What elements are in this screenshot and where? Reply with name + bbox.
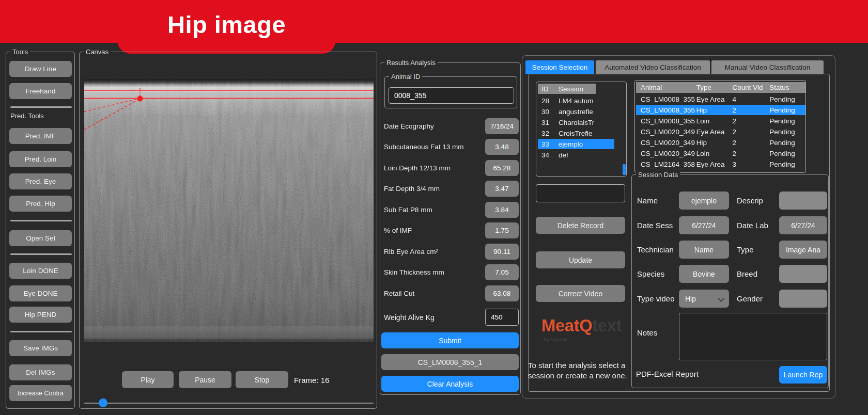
tab-manual-video-classification[interactable]: Manual Video Classification bbox=[711, 60, 824, 74]
loin-done-button[interactable]: Loin DONE bbox=[9, 263, 72, 279]
tab-session-selection[interactable]: Session Selection bbox=[525, 60, 594, 74]
breed-label: Breed bbox=[737, 269, 757, 278]
video-row-selected[interactable]: CS_LM0008_355 Hip 2 Pending bbox=[636, 105, 805, 115]
frame-slider-handle[interactable] bbox=[99, 398, 107, 407]
cell-type: Hip bbox=[696, 106, 733, 114]
cell-count: 2 bbox=[732, 117, 769, 125]
type-video-label: Type video bbox=[637, 294, 675, 303]
cell-animal: CS_LM0020_349 bbox=[636, 128, 696, 136]
pred-hip-button[interactable]: Pred. Hip bbox=[9, 196, 72, 212]
type-video-dropdown[interactable]: Hip bbox=[679, 290, 729, 308]
descrip-field[interactable] bbox=[779, 191, 827, 210]
hip-pend-button[interactable]: Hip PEND bbox=[9, 307, 72, 323]
breed-field[interactable] bbox=[779, 265, 827, 283]
field-label: Loin Depth 12/13 mm bbox=[384, 164, 451, 172]
name-field[interactable]: ejemplo bbox=[679, 191, 729, 210]
session-id: 34 bbox=[538, 151, 559, 159]
freehand-button[interactable]: Freehand bbox=[9, 83, 72, 99]
new-session-input[interactable] bbox=[536, 184, 625, 202]
weight-input[interactable]: 450 bbox=[485, 309, 519, 326]
chevron-down-icon bbox=[718, 295, 724, 302]
fat-depth-value: 3.47 bbox=[485, 181, 519, 197]
notes-label: Notes bbox=[637, 328, 657, 337]
date-sess-label: Date Sess bbox=[637, 221, 673, 230]
video-row[interactable]: CS_LM2164_358 Eye Area 3 Pending bbox=[636, 159, 805, 169]
video-row[interactable]: CS_LM0020_349 Hip 2 Pending bbox=[636, 137, 805, 148]
species-field[interactable]: Bovine bbox=[679, 265, 729, 283]
session-name: angustrefle bbox=[559, 108, 593, 116]
measurement-point[interactable] bbox=[137, 96, 143, 102]
session-row[interactable]: 32 CroisTrefle bbox=[538, 128, 625, 138]
session-id: 32 bbox=[538, 130, 559, 137]
pred-imf-button[interactable]: Pred. IMF bbox=[9, 128, 72, 144]
type-field[interactable]: Image Ana bbox=[779, 241, 827, 259]
session-list-header: ID Session bbox=[538, 84, 596, 94]
pred-loin-button[interactable]: Pred. Loin bbox=[9, 151, 72, 167]
subcutaneous-fat-value: 3.48 bbox=[485, 139, 519, 155]
submit-button[interactable]: Submit bbox=[381, 332, 519, 348]
video-row[interactable]: CS_LM0020_349 Loin 2 Pending bbox=[636, 148, 805, 158]
launch-report-button[interactable]: Launch Rep bbox=[779, 366, 827, 384]
field-label: Subcutaneous Fat 13 mm bbox=[384, 143, 464, 151]
pred-tools-label: Pred. Tools bbox=[10, 112, 44, 120]
instruction-text: To start the analysis select a session o… bbox=[528, 360, 634, 381]
session-id: 33 bbox=[538, 140, 559, 148]
frame-slider-track[interactable] bbox=[84, 403, 374, 404]
record-id-button[interactable]: CS_LM0008_355_1 bbox=[381, 354, 519, 370]
field-label: Sub Fat P8 mm bbox=[384, 206, 432, 214]
header-session: Session bbox=[559, 85, 583, 93]
gender-field[interactable] bbox=[779, 290, 827, 308]
videos-table[interactable]: Animal Type Count Vid Status CS_LM0008_3… bbox=[634, 80, 806, 173]
field-label: Skin Thickness mm bbox=[384, 268, 444, 276]
clear-analysis-button[interactable]: Clear Analysis bbox=[381, 376, 519, 392]
session-row[interactable]: 34 def bbox=[538, 150, 625, 160]
divider bbox=[10, 331, 72, 332]
logo-meatq-text: MeatQ bbox=[541, 316, 592, 335]
stop-button[interactable]: Stop bbox=[236, 371, 288, 388]
pred-eye-button[interactable]: Pred. Eye bbox=[9, 173, 72, 189]
cell-animal: CS_LM2164_358 bbox=[636, 161, 696, 168]
ultrasound-render bbox=[84, 79, 374, 342]
session-row-selected[interactable]: 33 ejemplo bbox=[538, 139, 614, 149]
name-label: Name bbox=[637, 196, 658, 205]
increase-contrast-button[interactable]: Increase Contra bbox=[9, 385, 72, 401]
session-row[interactable]: 30 angustrefle bbox=[538, 106, 625, 117]
save-imgs-button[interactable]: Save IMGs bbox=[9, 340, 72, 356]
tools-panel: Tools Draw Line Freehand Pred. Tools Pre… bbox=[6, 52, 75, 409]
video-row[interactable]: CS_LM0020_349 Eye Area 2 Pending bbox=[636, 126, 805, 137]
delete-record-button[interactable]: Delete Record bbox=[536, 217, 625, 234]
cell-animal: CS_LM0020_349 bbox=[636, 150, 696, 157]
tab-automated-video-classification[interactable]: Automated Video Classification bbox=[596, 60, 710, 74]
cell-count: 2 bbox=[732, 150, 769, 157]
session-row[interactable]: 31 CharolaisTr bbox=[538, 117, 625, 127]
logo-text-suffix: text bbox=[592, 316, 622, 335]
date-lab-field[interactable]: 6/27/24 bbox=[779, 216, 827, 234]
notes-textarea[interactable] bbox=[679, 313, 827, 360]
date-sess-field[interactable]: 6/27/24 bbox=[679, 216, 729, 234]
cell-animal: CS_LM0008_355 bbox=[636, 106, 696, 114]
col-status: Status bbox=[769, 84, 805, 91]
eye-done-button[interactable]: Eye DONE bbox=[9, 285, 72, 301]
results-analysis-label: Results Analysis bbox=[384, 59, 438, 67]
video-row[interactable]: CS_LM0008_355 Loin 2 Pending bbox=[636, 116, 805, 126]
sub-fat-p8-value: 3.84 bbox=[485, 202, 519, 218]
play-button[interactable]: Play bbox=[122, 371, 174, 388]
draw-line-button[interactable]: Draw Line bbox=[9, 61, 72, 77]
update-button[interactable]: Update bbox=[536, 251, 625, 268]
technician-field[interactable]: Name bbox=[679, 241, 729, 259]
weight-label: Weight Alive Kg bbox=[384, 313, 435, 322]
video-row[interactable]: CS_LM0008_355 Eye Area 4 Pending bbox=[636, 94, 805, 104]
canvas-panel: Canvas bbox=[79, 52, 377, 409]
ultrasound-image[interactable] bbox=[84, 79, 374, 342]
open-sel-button[interactable]: Open Sel bbox=[9, 230, 72, 246]
session-id: 28 bbox=[538, 97, 559, 105]
pause-button[interactable]: Pause bbox=[179, 371, 231, 388]
correct-video-button[interactable]: Correct Video bbox=[536, 285, 625, 302]
animal-id-input[interactable]: 0008_355 bbox=[389, 87, 514, 104]
session-list-scrollbar[interactable] bbox=[623, 164, 626, 175]
session-list[interactable]: ID Session 28 LM4 autom 30 angustrefle 3… bbox=[536, 82, 627, 177]
page-title: Hip image bbox=[167, 10, 286, 44]
del-imgs-button[interactable]: Del IMGs bbox=[9, 364, 72, 380]
session-row[interactable]: 28 LM4 autom bbox=[538, 95, 625, 106]
imf-percent-value: 1.75 bbox=[485, 222, 519, 238]
